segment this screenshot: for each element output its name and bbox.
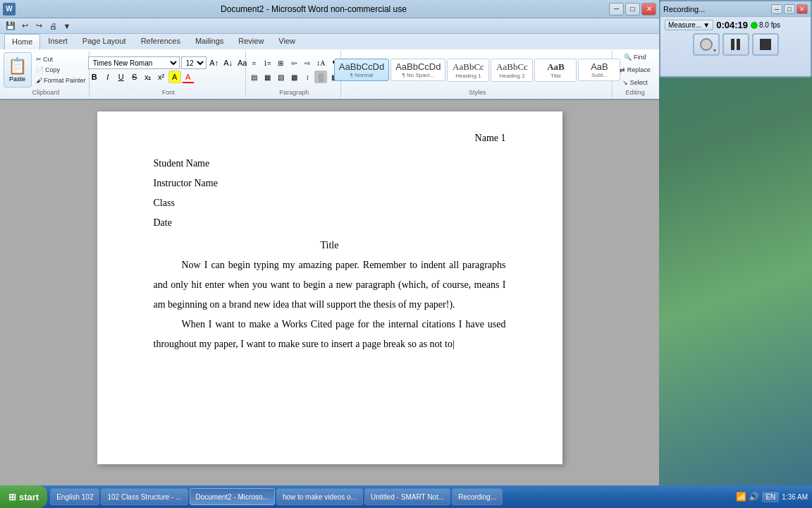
shrink-font-btn[interactable]: A↓	[222, 56, 235, 69]
line-spacing-btn[interactable]: ↕	[301, 71, 314, 83]
style-h2-label: Heading 2	[496, 73, 528, 79]
recording-mode-dropdown[interactable]: Measure... ▼	[665, 20, 713, 30]
tab-review[interactable]: Review	[231, 34, 271, 49]
editing-content: 🔍 Find ⇄ Replace ↘ Select	[617, 52, 653, 87]
language-indicator[interactable]: EN	[762, 492, 779, 502]
align-left-btn[interactable]: ▤	[247, 71, 260, 83]
para-row-1: ≡ 1≡ ⊞ ⇦ ⇨ ↕A ¶	[247, 56, 340, 69]
undo-quick-btn[interactable]: ↩	[18, 20, 31, 32]
font-group: Times New Roman 12 A↑ A↓ Aa B I	[91, 51, 246, 97]
style-heading1[interactable]: AaBbCc Heading 1	[447, 59, 489, 82]
numbering-button[interactable]: 1≡	[261, 56, 273, 69]
paste-button[interactable]: 📋 Paste	[4, 52, 32, 87]
bold-button[interactable]: B	[88, 71, 101, 83]
replace-button[interactable]: ⇄ Replace	[617, 65, 653, 75]
recording-close-btn[interactable]: ✕	[796, 4, 808, 14]
record-button[interactable]	[693, 33, 720, 56]
document-area[interactable]: Name 1 Student Name Instructor Name Clas…	[0, 100, 659, 492]
style-normal[interactable]: AaBbCcDd ¶ Normal	[334, 59, 389, 81]
paragraph-2[interactable]: When I want to make a Works Cited page f…	[154, 315, 506, 354]
align-center-btn[interactable]: ▦	[261, 71, 273, 83]
paragraph-1[interactable]: Now I can begin typing my amazing paper.…	[154, 255, 506, 315]
volume-icon: 🔊	[749, 492, 759, 502]
italic-button[interactable]: I	[102, 71, 114, 83]
paragraph-controls: ≡ 1≡ ⊞ ⇦ ⇨ ↕A ¶ ▤ ▦ ▧ ▩	[247, 52, 340, 87]
paste-label: Paste	[9, 75, 25, 83]
system-tray-icons: 📶 🔊	[736, 492, 759, 502]
multilevel-button[interactable]: ⊞	[274, 56, 287, 69]
styles-group: AaBbCcDd ¶ Normal AaBbCcDd ¶ No Spaci...…	[343, 51, 613, 97]
taskbar-item-how-to[interactable]: how to make videos o...	[276, 488, 363, 505]
maximize-button[interactable]: □	[625, 3, 640, 16]
grow-font-btn[interactable]: A↑	[208, 56, 221, 69]
subscript-button[interactable]: x₂	[142, 71, 154, 83]
cut-button[interactable]: ✂ Cut	[33, 54, 89, 64]
tab-page-layout[interactable]: Page Layout	[75, 34, 133, 49]
recording-fps: 8.0 fps	[751, 21, 780, 29]
clear-format-btn[interactable]: Aa	[236, 56, 249, 69]
style-normal-preview: AaBbCcDd	[339, 61, 384, 72]
style-nospacing-preview: AaBbCcDd	[395, 61, 441, 72]
close-button[interactable]: ✕	[641, 3, 656, 16]
pause-button[interactable]	[722, 33, 749, 56]
font-label: Font	[162, 89, 175, 96]
print-quick-btn[interactable]: 🖨	[47, 20, 59, 32]
shading-btn[interactable]: ░	[314, 71, 327, 83]
font-size-select[interactable]: 12	[181, 56, 207, 69]
taskbar-item-smartnote[interactable]: Untitled - SMART Not...	[364, 488, 450, 505]
taskbar-item-english[interactable]: English 102	[50, 488, 99, 505]
style-nospacing-label: ¶ No Spaci...	[395, 72, 441, 78]
fps-indicator-dot	[751, 22, 758, 29]
font-row-1: Times New Roman 12 A↑ A↓ Aa	[88, 56, 249, 69]
bullets-button[interactable]: ≡	[247, 56, 260, 69]
paragraph-label: Paragraph	[279, 89, 309, 96]
minimize-button[interactable]: ─	[609, 3, 624, 16]
justify-btn[interactable]: ▩	[288, 71, 300, 83]
taskbar-item-recording[interactable]: Recording...	[452, 488, 503, 505]
tab-references[interactable]: References	[134, 34, 187, 49]
styles-content: AaBbCcDd ¶ Normal AaBbCcDd ¶ No Spaci...…	[334, 52, 621, 87]
align-right-btn[interactable]: ▧	[274, 71, 287, 83]
font-color-button[interactable]: A	[182, 71, 195, 83]
highlight-button[interactable]: A	[168, 71, 181, 83]
quick-access-arrow[interactable]: ▼	[61, 20, 73, 32]
recording-restore-btn[interactable]: □	[784, 4, 795, 14]
stop-button[interactable]	[752, 33, 779, 56]
select-button[interactable]: ↘ Select	[620, 78, 651, 87]
paragraph-group: ≡ 1≡ ⊞ ⇦ ⇨ ↕A ¶ ▤ ▦ ▧ ▩	[247, 51, 341, 97]
style-title[interactable]: AaB Title	[534, 59, 577, 82]
start-button[interactable]: ⊞ start	[0, 485, 47, 508]
taskbar-item-document2[interactable]: Document2 - Microso...	[190, 488, 275, 505]
page-header: Name 1	[475, 128, 506, 148]
editing-buttons: 🔍 Find ⇄ Replace ↘ Select	[617, 52, 653, 87]
tab-view[interactable]: View	[271, 34, 302, 49]
decrease-indent-btn[interactable]: ⇦	[288, 56, 300, 69]
superscript-button[interactable]: x²	[155, 71, 168, 83]
save-quick-btn[interactable]: 💾	[4, 20, 17, 32]
style-subtitle-label: Subt...	[583, 72, 615, 78]
style-heading2[interactable]: AaBbCc Heading 2	[491, 59, 533, 82]
style-h1-label: Heading 1	[452, 73, 484, 79]
increase-indent-btn[interactable]: ⇨	[301, 56, 314, 69]
tab-insert[interactable]: Insert	[41, 34, 75, 49]
format-painter-button[interactable]: 🖌 Format Painter	[33, 75, 89, 85]
pause-bar-2	[737, 39, 740, 50]
strikethrough-button[interactable]: S	[128, 71, 141, 83]
recording-minimize-btn[interactable]: ─	[771, 4, 782, 14]
redo-quick-btn[interactable]: ↪	[32, 20, 45, 32]
clipboard-group: 📋 Paste ✂ Cut 📄 Copy 🖌 Format Painter Cl…	[3, 51, 90, 97]
document-page[interactable]: Name 1 Student Name Instructor Name Clas…	[97, 111, 562, 464]
tab-mailings[interactable]: Mailings	[188, 34, 230, 49]
taskbar-item-class-structure[interactable]: 102 Class Structure - ...	[101, 488, 187, 505]
font-name-select[interactable]: Times New Roman	[88, 56, 180, 69]
styles-label: Styles	[469, 89, 486, 96]
style-no-spacing[interactable]: AaBbCcDd ¶ No Spaci...	[390, 59, 445, 81]
copy-button[interactable]: 📄 Copy	[33, 65, 89, 75]
window-title: Document2 - Microsoft Word non-commercia…	[18, 4, 609, 14]
underline-button[interactable]: U	[115, 71, 128, 83]
ribbon-content: 📋 Paste ✂ Cut 📄 Copy 🖌 Format Painter Cl…	[0, 49, 659, 99]
tab-home[interactable]: Home	[4, 34, 40, 50]
find-button[interactable]: 🔍 Find	[621, 52, 648, 62]
sort-btn[interactable]: ↕A	[314, 56, 327, 69]
start-icon: ⊞	[8, 492, 16, 502]
